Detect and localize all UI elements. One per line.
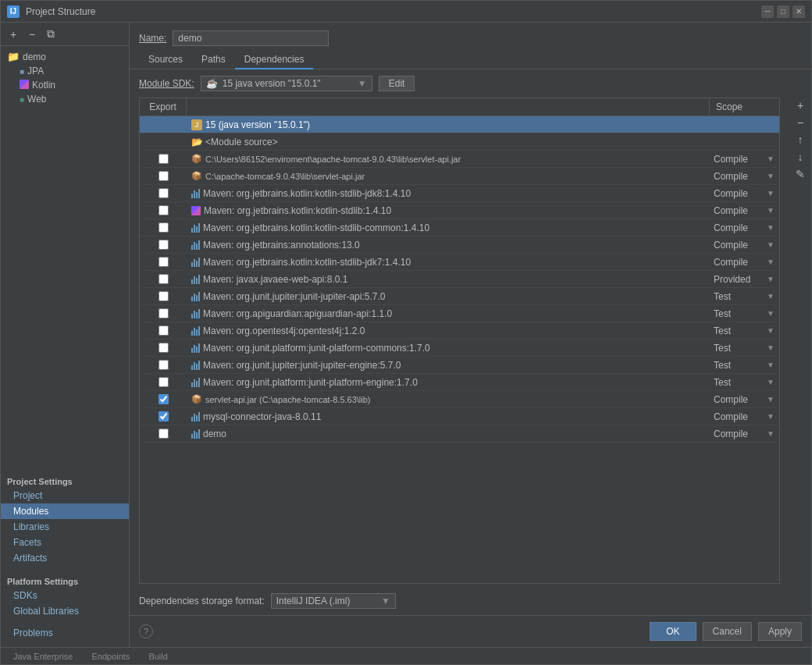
dep-scope-10[interactable]: Provided ▼ — [709, 272, 779, 286]
dep-checkbox-13[interactable] — [140, 324, 187, 337]
dep-row-7[interactable]: Maven: org.jetbrains.kotlin:kotlin-stdli… — [140, 219, 779, 236]
dep-scope-18[interactable]: Compile ▼ — [709, 410, 779, 424]
maximize-button[interactable]: □ — [777, 5, 789, 18]
tree-item-jpa[interactable]: ■ JPA — [1, 64, 129, 78]
dep-row-17[interactable]: 📦 servlet-api.jar (C:\apache-tomcat-8.5.… — [140, 391, 779, 408]
dep-row-14[interactable]: Maven: org.junit.platform:junit-platform… — [140, 340, 779, 357]
dep-row-19[interactable]: demo Compile ▼ — [140, 425, 779, 443]
edit-sdk-button[interactable]: Edit — [379, 76, 415, 91]
dep-scope-19[interactable]: Compile ▼ — [709, 427, 779, 441]
tab-sources[interactable]: Sources — [139, 51, 192, 69]
dep-checkbox-3[interactable] — [140, 152, 187, 165]
dep-row-4[interactable]: 📦 C:\apache-tomcat-9.0.43\lib\servlet-ap… — [140, 168, 779, 185]
nav-item-global-libraries[interactable]: Global Libraries — [1, 603, 129, 619]
dep-scope-16[interactable]: Test ▼ — [709, 375, 779, 389]
tree-item-kotlin[interactable]: Kotlin — [1, 78, 129, 92]
status-endpoints[interactable]: Endpoints — [85, 652, 136, 661]
tree-item-demo[interactable]: 📁 demo — [1, 49, 129, 64]
dep-checkbox-5[interactable] — [140, 187, 187, 200]
move-down-button[interactable]: ↓ — [792, 149, 808, 165]
tab-paths[interactable]: Paths — [192, 51, 235, 69]
add-dep-button[interactable]: + — [792, 98, 808, 113]
dep-checkbox-12[interactable] — [140, 307, 187, 320]
dep-checkbox-18[interactable] — [140, 410, 187, 423]
scope-arrow-6: ▼ — [767, 206, 775, 215]
dep-scope-3[interactable]: Compile ▼ — [709, 152, 779, 166]
dep-row-10[interactable]: Maven: javax.javaee-web-api:8.0.1 Provid… — [140, 271, 779, 288]
dep-scope-5[interactable]: Compile ▼ — [709, 187, 779, 201]
dep-scope-14[interactable]: Test ▼ — [709, 341, 779, 355]
dep-row-5[interactable]: Maven: org.jetbrains.kotlin:kotlin-stdli… — [140, 185, 779, 202]
dep-checkbox-8[interactable] — [140, 238, 187, 251]
dep-scope-13[interactable]: Test ▼ — [709, 324, 779, 338]
dep-row-jdk[interactable]: J 15 (java version "15.0.1") — [140, 116, 779, 133]
dep-scope-11[interactable]: Test ▼ — [709, 290, 779, 304]
dep-checkbox-19[interactable] — [140, 427, 187, 440]
dep-row-module-source[interactable]: 📂 <Module source> — [140, 133, 779, 151]
dep-checkbox-17[interactable] — [140, 393, 187, 406]
dep-checkbox-14[interactable] — [140, 341, 187, 354]
module-icon-web: ■ — [20, 95, 24, 104]
dep-storage-dropdown[interactable]: IntelliJ IDEA (.iml) ▼ — [271, 593, 396, 609]
dep-row-12[interactable]: Maven: org.apiguardian:apiguardian-api:1… — [140, 305, 779, 322]
add-module-button[interactable]: + — [5, 27, 21, 42]
dep-checkbox-11[interactable] — [140, 290, 187, 303]
dep-row-3[interactable]: 📦 C:\Users\86152\enviroment\apache-tomca… — [140, 151, 779, 168]
copy-module-button[interactable]: ⧉ — [43, 27, 59, 42]
tree-item-web[interactable]: ■ Web — [1, 92, 129, 106]
nav-item-modules[interactable]: Modules — [1, 503, 129, 519]
dep-scope-7[interactable]: Compile ▼ — [709, 221, 779, 235]
tab-dependencies[interactable]: Dependencies — [235, 51, 314, 69]
move-up-button[interactable]: ↑ — [792, 132, 808, 148]
dep-scope-9[interactable]: Compile ▼ — [709, 255, 779, 269]
minimize-button[interactable]: ─ — [761, 5, 774, 18]
nav-item-libraries[interactable]: Libraries — [1, 519, 129, 535]
nav-item-problems[interactable]: Problems — [1, 625, 129, 641]
status-build[interactable]: Build — [142, 652, 173, 661]
dep-scope-source — [709, 140, 779, 144]
dep-scope-6[interactable]: Compile ▼ — [709, 204, 779, 218]
dep-row-6[interactable]: Maven: org.jetbrains.kotlin:kotlin-stdli… — [140, 202, 779, 219]
nav-item-facets[interactable]: Facets — [1, 535, 129, 550]
dep-row-18[interactable]: mysql-connector-java-8.0.11 Compile ▼ — [140, 408, 779, 425]
app-icon: IJ — [7, 5, 20, 18]
nav-item-artifacts[interactable]: Artifacts — [1, 550, 129, 566]
remove-dep-button[interactable]: − — [792, 115, 808, 130]
ok-button[interactable]: OK — [650, 622, 696, 641]
dep-row-16[interactable]: Maven: org.junit.platform:junit-platform… — [140, 374, 779, 391]
remove-module-button[interactable]: − — [24, 27, 40, 42]
maven-icon-7 — [191, 223, 200, 233]
dep-row-9[interactable]: Maven: org.jetbrains.kotlin:kotlin-stdli… — [140, 254, 779, 271]
dep-checkbox-6[interactable] — [140, 204, 187, 217]
nav-item-sdks[interactable]: SDKs — [1, 588, 129, 603]
nav-item-project[interactable]: Project — [1, 488, 129, 503]
dep-row-11[interactable]: Maven: org.junit.jupiter:junit-jupiter-a… — [140, 288, 779, 305]
scope-arrow-19: ▼ — [767, 429, 775, 438]
dep-scope-8[interactable]: Compile ▼ — [709, 238, 779, 252]
dep-checkbox-7[interactable] — [140, 221, 187, 234]
dep-scope-12[interactable]: Test ▼ — [709, 307, 779, 321]
dep-row-13[interactable]: Maven: org.opentest4j:opentest4j:1.2.0 T… — [140, 322, 779, 340]
dep-checkbox-10[interactable] — [140, 272, 187, 286]
help-button[interactable]: ? — [139, 624, 153, 638]
tabs-row: Sources Paths Dependencies — [130, 51, 811, 69]
dep-checkbox-15[interactable] — [140, 358, 187, 372]
dep-checkbox-16[interactable] — [140, 375, 187, 389]
status-java-enterprise[interactable]: Java Enterprise — [7, 652, 79, 661]
module-sdk-dropdown[interactable]: ☕ 15 java version "15.0.1" ▼ — [201, 76, 372, 91]
dep-row-15[interactable]: Maven: org.junit.jupiter:junit-jupiter-e… — [140, 357, 779, 374]
edit-dep-button[interactable]: ✎ — [792, 166, 808, 182]
name-input[interactable] — [173, 30, 329, 46]
dep-scope-15[interactable]: Test ▼ — [709, 358, 779, 372]
dep-row-8[interactable]: Maven: org.jetbrains:annotations:13.0 Co… — [140, 236, 779, 254]
dep-checkbox-4[interactable] — [140, 169, 187, 183]
apply-button[interactable]: Apply — [758, 622, 802, 641]
close-button[interactable]: ✕ — [792, 5, 805, 18]
cancel-button[interactable]: Cancel — [703, 622, 752, 641]
dep-scope-17[interactable]: Compile ▼ — [709, 393, 779, 407]
dep-name-8: Maven: org.jetbrains:annotations:13.0 — [187, 238, 709, 252]
maven-icon-15 — [191, 361, 200, 370]
dep-name-7: Maven: org.jetbrains.kotlin:kotlin-stdli… — [187, 221, 709, 235]
dep-scope-4[interactable]: Compile ▼ — [709, 169, 779, 183]
dep-checkbox-9[interactable] — [140, 255, 187, 268]
